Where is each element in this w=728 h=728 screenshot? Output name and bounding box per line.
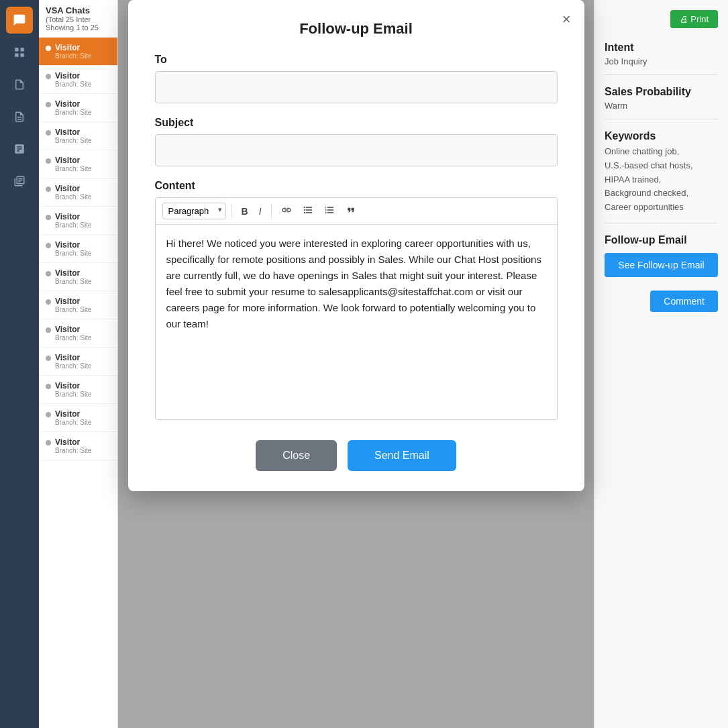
to-input[interactable] (155, 71, 558, 103)
chat-item-dot-5 (46, 187, 51, 192)
chat-item-branch-5: Branch: Site (55, 193, 91, 201)
close-modal-button[interactable]: Close (256, 440, 337, 471)
chat-item-branch-11: Branch: Site (55, 362, 91, 370)
ordered-list-button[interactable] (320, 202, 339, 220)
unordered-list-button[interactable] (299, 202, 317, 220)
chat-item-info-10: Visitor Branch: Site (55, 325, 91, 342)
paragraph-select-wrap[interactable]: Paragraph Heading 1 Heading 2 (162, 203, 226, 219)
chat-item-dot-7 (46, 243, 51, 248)
chat-item-info-0: Visitor Branch: Site (55, 43, 91, 60)
chat-item-branch-3: Branch: Site (55, 137, 91, 144)
to-label: To (155, 54, 558, 66)
chat-list-title: VSA Chats (46, 5, 111, 15)
modal-title: Follow-up Email (155, 20, 558, 38)
chat-item-branch-1: Branch: Site (55, 81, 91, 88)
sales-prob-value: Warm (605, 101, 718, 111)
chat-item-branch-10: Branch: Site (55, 334, 91, 342)
see-followup-button[interactable]: See Follow-up Email (605, 253, 718, 277)
sidebar-item-doc1[interactable] (6, 71, 33, 98)
chat-list-panel: VSA Chats (Total 25 Inter Showing 1 to 2… (39, 0, 118, 728)
chat-item-name-5: Visitor (55, 184, 91, 193)
sidebar-item-chat[interactable] (6, 7, 33, 34)
chat-item-info-8: Visitor Branch: Site (55, 268, 91, 285)
editor-wrapper: Paragraph Heading 1 Heading 2 B I (155, 197, 558, 420)
chat-item-name-1: Visitor (55, 71, 91, 81)
chat-list-total: (Total 25 Inter (46, 15, 111, 23)
chat-item-branch-14: Branch: Site (55, 447, 91, 454)
chat-item-7[interactable]: Visitor Branch: Site (39, 235, 117, 263)
chat-item-13[interactable]: Visitor Branch: Site (39, 404, 117, 432)
toolbar-divider-2 (271, 205, 272, 218)
chat-item-2[interactable]: Visitor Branch: Site (39, 94, 117, 122)
subject-input[interactable] (155, 134, 558, 166)
chat-item-dot-12 (46, 384, 51, 389)
toolbar-divider-1 (231, 205, 232, 218)
chat-item-dot-10 (46, 327, 51, 333)
chat-item-dot-6 (46, 215, 51, 220)
chat-item-6[interactable]: Visitor Branch: Site (39, 207, 117, 235)
chat-item-3[interactable]: Visitor Branch: Site (39, 122, 117, 150)
sidebar-item-doc2[interactable] (6, 103, 33, 130)
chat-item-info-11: Visitor Branch: Site (55, 353, 91, 370)
content-field-group: Content Paragraph Heading 1 Heading 2 B … (155, 180, 558, 420)
paragraph-select[interactable]: Paragraph Heading 1 Heading 2 (162, 203, 226, 219)
chat-item-name-3: Visitor (55, 127, 91, 137)
chat-item-4[interactable]: Visitor Branch: Site (39, 150, 117, 178)
chat-item-14[interactable]: Visitor Branch: Site (39, 432, 117, 460)
chat-item-name-7: Visitor (55, 240, 91, 250)
chat-item-info-13: Visitor Branch: Site (55, 409, 91, 426)
chat-item-dot-0 (46, 46, 51, 51)
comment-button[interactable]: Comment (650, 291, 718, 312)
chat-item-info-9: Visitor Branch: Site (55, 297, 91, 313)
print-button[interactable]: 🖨 Print (670, 10, 718, 28)
main-overlay: Follow-up Email × To Subject Content Par… (118, 0, 594, 728)
modal-close-button[interactable]: × (562, 11, 571, 28)
chat-item-9[interactable]: Visitor Branch: Site (39, 291, 117, 319)
content-label: Content (155, 180, 558, 192)
chat-item-branch-12: Branch: Site (55, 391, 91, 398)
chat-item-branch-13: Branch: Site (55, 419, 91, 426)
chat-item-10[interactable]: Visitor Branch: Site (39, 319, 117, 348)
sidebar-item-grid[interactable] (6, 39, 33, 66)
link-button[interactable] (277, 202, 296, 220)
intent-value: Job Inquiry (605, 56, 718, 66)
sidebar-item-doc3[interactable] (6, 136, 33, 162)
bold-button[interactable]: B (238, 203, 252, 219)
chat-item-dot-1 (46, 74, 51, 79)
chat-item-info-7: Visitor Branch: Site (55, 240, 91, 257)
chat-item-dot-9 (46, 299, 51, 305)
chat-item-dot-4 (46, 158, 51, 164)
chat-item-dot-3 (46, 130, 51, 136)
italic-button[interactable]: I (255, 203, 266, 219)
chat-item-info-3: Visitor Branch: Site (55, 127, 91, 144)
editor-content[interactable]: Hi there! We noticed you were interested… (156, 225, 557, 419)
chat-item-name-6: Visitor (55, 212, 91, 221)
sidebar-item-doc4[interactable] (6, 168, 33, 195)
chat-item-branch-2: Branch: Site (55, 109, 91, 116)
blockquote-button[interactable] (342, 202, 360, 220)
chat-item-name-2: Visitor (55, 99, 91, 109)
keywords-section: Keywords Online chatting job,U.S.-based … (605, 130, 718, 223)
chat-item-info-4: Visitor Branch: Site (55, 156, 91, 172)
chat-item-12[interactable]: Visitor Branch: Site (39, 376, 117, 404)
chat-item-info-2: Visitor Branch: Site (55, 99, 91, 116)
chat-item-branch-0: Branch: Site (55, 52, 91, 60)
to-field-group: To (155, 54, 558, 103)
chat-item-name-8: Visitor (55, 268, 91, 278)
intent-title: Intent (605, 42, 718, 54)
chat-item-branch-6: Branch: Site (55, 221, 91, 229)
chat-item-0[interactable]: Visitor Branch: Site (39, 38, 117, 66)
chat-item-8[interactable]: Visitor Branch: Site (39, 263, 117, 291)
chat-item-name-14: Visitor (55, 437, 91, 447)
chat-item-dot-8 (46, 271, 51, 276)
chat-item-dot-13 (46, 412, 51, 417)
chat-item-5[interactable]: Visitor Branch: Site (39, 178, 117, 207)
chat-item-info-6: Visitor Branch: Site (55, 212, 91, 229)
send-email-button[interactable]: Send Email (348, 440, 456, 471)
chat-item-11[interactable]: Visitor Branch: Site (39, 348, 117, 376)
followup-section: Follow-up Email See Follow-up Email (605, 234, 718, 277)
chat-item-branch-7: Branch: Site (55, 250, 91, 257)
chat-item-1[interactable]: Visitor Branch: Site (39, 66, 117, 94)
chat-item-dot-14 (46, 440, 51, 446)
right-panel: 🖨 Print Intent Job Inquiry Sales Probabi… (594, 0, 728, 728)
